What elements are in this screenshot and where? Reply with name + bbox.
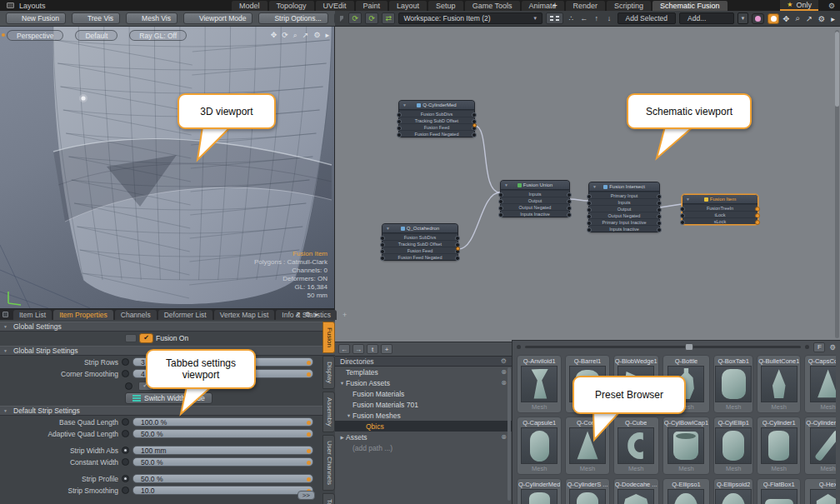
panel-menu-icon[interactable]: ▸ <box>831 14 835 23</box>
properties-tab[interactable]: Item List <box>13 310 52 320</box>
viewport-header-button[interactable]: Ray GL: Off <box>129 30 187 41</box>
add-selected-button[interactable]: Add Selected <box>618 12 677 24</box>
add-layout-tab-button[interactable]: + <box>547 1 563 11</box>
preset-tile[interactable]: Q-Anviloid1 Mesh <box>517 355 562 413</box>
side-tab[interactable]: Fusion <box>322 322 335 353</box>
toolbar-button[interactable]: Mesh Vis <box>126 12 178 24</box>
schematic-viewport[interactable]: ▼ Q-CylinderMed Fusion SubDivsTracking S… <box>335 27 840 342</box>
panel-menu-icon[interactable]: ▸ <box>325 31 329 40</box>
node-port-row[interactable]: tLock <box>682 211 758 217</box>
preset-tile[interactable]: Q-Dodecahe ... Mesh <box>613 478 659 504</box>
directory-row[interactable]: (add path ...) ⊗ <box>335 442 512 453</box>
node-port-row[interactable]: Primary Input <box>589 192 659 198</box>
directory-row[interactable]: Fusion Materials 701 ⊗ <box>335 399 512 410</box>
gear-icon[interactable]: ⚙ <box>818 14 826 23</box>
node-port-row[interactable]: Tracking SubD Offset <box>382 240 458 247</box>
node-header[interactable]: ▼ Fusion Intersect <box>589 182 659 192</box>
layout-tab[interactable]: Scripting <box>607 1 651 11</box>
add-node-icon[interactable]: ⟳ <box>348 12 362 24</box>
node-port-row[interactable]: Output <box>589 205 659 212</box>
pan-icon[interactable]: ✥ <box>271 31 278 40</box>
directory-row[interactable]: ▼ Fusion Meshes ⊗ <box>335 410 512 421</box>
node-port-row[interactable]: sLock <box>682 217 758 224</box>
node-port-row[interactable]: Fusion Feed Negated <box>382 253 458 260</box>
app-icon[interactable] <box>7 2 14 8</box>
node-port-row[interactable]: Inputs <box>589 198 659 205</box>
preset-tile[interactable]: Q-BulletCone1 Mesh <box>757 355 801 413</box>
arrow-up-icon[interactable]: ↑ <box>592 12 601 24</box>
side-tab[interactable]: Tags <box>322 493 335 504</box>
collapse-icon[interactable]: ▼ <box>3 348 8 353</box>
layout-tab[interactable]: Setup <box>428 1 463 11</box>
preset-tile[interactable]: Q-CylBowlCap1 Mesh <box>662 417 710 475</box>
collapse-icon[interactable]: ▼ <box>3 324 8 329</box>
filter-button[interactable]: F <box>813 342 825 352</box>
preset-tile[interactable]: Q-CylinderLong Mesh <box>804 417 836 475</box>
schematic-scrollbar[interactable] <box>835 30 839 338</box>
directory-row[interactable]: ▶ Assets ⊗ <box>335 432 512 442</box>
node-port-row[interactable]: Inputs Inactive <box>589 225 659 232</box>
properties-tab[interactable]: Channels <box>115 310 157 320</box>
directory-tool-button[interactable]: t <box>367 344 378 354</box>
caret-icon[interactable]: ▼ <box>338 381 346 386</box>
side-tab[interactable]: Display <box>322 356 335 389</box>
value-slider[interactable]: 50.0 % <box>132 429 313 438</box>
node-header[interactable]: ▼ Q_Octahedron <box>382 224 458 233</box>
side-tab[interactable]: Assembly <box>322 392 335 432</box>
node-port-row[interactable]: Inputs Inactive <box>501 210 569 217</box>
directory-row[interactable]: Templates ⊗ <box>335 367 512 377</box>
directory-row[interactable]: Fusion Materials ⊗ <box>335 388 512 399</box>
preset-tile[interactable]: Q-CapsCone1 Mesh <box>804 355 836 413</box>
properties-tab[interactable]: Deformer List <box>158 310 212 320</box>
preset-tile[interactable]: Q-Ellipsoid2 Mesh <box>713 478 753 504</box>
directories-header[interactable]: Directories ⚙ <box>335 356 512 367</box>
radio-toggle[interactable] <box>122 358 129 366</box>
remove-icon[interactable]: ⊗ <box>501 368 507 376</box>
port-highlight[interactable] <box>456 247 460 251</box>
toolbar-button[interactable]: New Fusion <box>6 12 66 24</box>
settings-gear-icon[interactable]: ⚙ <box>828 0 835 11</box>
radio-toggle[interactable] <box>122 458 129 466</box>
value-slider[interactable]: 50.0 % <box>132 457 313 467</box>
swap-icon[interactable]: ⇄ <box>382 12 395 24</box>
preset-tile[interactable]: Q-Cylinder1 Mesh <box>757 417 801 475</box>
workspace-dropdown[interactable]: Workspace: Fusion Item (2) ▼ <box>398 12 542 24</box>
more-options-button[interactable]: >> <box>298 491 315 500</box>
schematic-node[interactable]: ▼ Q-CylinderMed Fusion SubDivsTracking S… <box>398 100 475 137</box>
expand-icon[interactable]: ↗ <box>302 31 309 40</box>
thumbnail-size-slider[interactable] <box>525 346 801 348</box>
gear-icon[interactable]: ⚙ <box>501 357 507 365</box>
node-header[interactable]: ▼ Fusion Item <box>682 195 758 204</box>
node-port-row[interactable]: Fusion SubDivs <box>382 233 458 240</box>
preset-tile[interactable]: Q-Ellipso1 Mesh <box>662 478 710 504</box>
node-port-row[interactable]: Fusion SubDivs <box>399 110 474 117</box>
directory-tool-button[interactable]: → <box>352 344 364 354</box>
add-tab-button[interactable]: + <box>338 310 351 320</box>
value-slider[interactable]: 100 mm <box>132 446 313 455</box>
node-port-row[interactable]: FusionTreeIn <box>682 204 758 211</box>
caret-icon[interactable]: ▶ <box>338 435 346 440</box>
radio-toggle[interactable] <box>122 487 129 494</box>
toolbar-button[interactable]: Strip Options... <box>258 12 328 24</box>
value-slider[interactable]: 10.0 <box>132 486 313 495</box>
radio-toggle[interactable] <box>122 418 129 426</box>
schematic-node[interactable]: ▼ Fusion Union InputsOutputOutput Negate… <box>500 180 570 217</box>
node-header[interactable]: ▼ Fusion Union <box>501 181 569 190</box>
radio-toggle[interactable] <box>122 447 129 454</box>
viewport-header-button[interactable]: Perspective <box>7 30 63 41</box>
expand-icon[interactable]: ↗ <box>295 311 301 318</box>
expand-icon[interactable]: ↗ <box>806 14 812 23</box>
node-port-row[interactable]: Primary Input Inactive <box>589 218 659 225</box>
fusion-on-checkbox[interactable]: ✔ <box>139 333 153 343</box>
rotate-icon[interactable]: ⟳ <box>282 31 288 40</box>
remove-icon[interactable]: ⊗ <box>501 433 507 441</box>
schematic-node[interactable]: ▼ Q_Octahedron Fusion SubDivsTracking Su… <box>382 223 458 261</box>
node-port-row[interactable]: Inputs <box>501 190 569 197</box>
directory-row[interactable]: ▼ Fusion Assets ⊗ <box>335 377 512 388</box>
value-slider[interactable]: 100.0 % <box>132 417 313 427</box>
preset-tile[interactable]: Q-CylEllip1 Mesh <box>713 417 753 475</box>
viewport-header-button[interactable]: Default <box>75 30 118 41</box>
orange-swatch-button[interactable] <box>768 13 780 24</box>
layout-tab[interactable]: Layout <box>389 1 427 11</box>
preset-tile[interactable]: Q-Capsule1 Mesh <box>517 417 562 475</box>
